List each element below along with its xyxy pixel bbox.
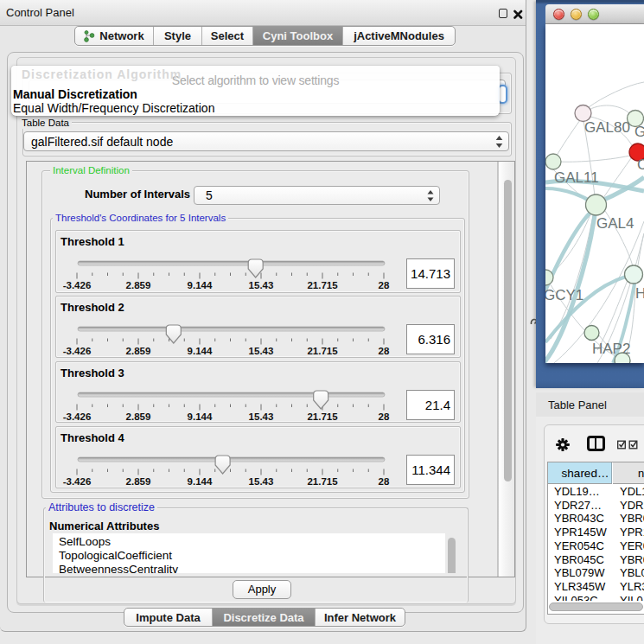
svg-text:-3.426: -3.426 bbox=[63, 476, 92, 487]
svg-text:21.715: 21.715 bbox=[307, 476, 338, 487]
svg-text:GCY1: GCY1 bbox=[545, 287, 583, 303]
svg-text:21.715: 21.715 bbox=[307, 280, 338, 290]
svg-text:9.144: 9.144 bbox=[188, 280, 213, 290]
svg-text:2.859: 2.859 bbox=[126, 476, 151, 487]
svg-text:21.715: 21.715 bbox=[307, 411, 338, 422]
svg-text:GAL11: GAL11 bbox=[554, 169, 599, 186]
svg-text:15.43: 15.43 bbox=[249, 346, 274, 356]
svg-text:GAL4: GAL4 bbox=[596, 215, 634, 232]
svg-text:9.144: 9.144 bbox=[188, 346, 213, 356]
svg-text:HAP2: HAP2 bbox=[592, 341, 630, 357]
svg-text:-3.426: -3.426 bbox=[63, 411, 92, 422]
svg-text:2.859: 2.859 bbox=[126, 346, 151, 356]
svg-text:28: 28 bbox=[379, 476, 390, 487]
svg-text:28: 28 bbox=[379, 280, 390, 290]
svg-text:9.144: 9.144 bbox=[188, 476, 213, 487]
svg-text:GA: GA bbox=[634, 124, 644, 140]
svg-text:GAL80: GAL80 bbox=[584, 119, 630, 136]
svg-text:28: 28 bbox=[379, 411, 390, 422]
svg-text:15.43: 15.43 bbox=[249, 476, 274, 487]
svg-text:15.43: 15.43 bbox=[249, 280, 274, 290]
svg-text:2.859: 2.859 bbox=[126, 411, 151, 422]
svg-text:H: H bbox=[635, 285, 644, 302]
svg-text:-3.426: -3.426 bbox=[63, 280, 92, 290]
svg-text:-3.426: -3.426 bbox=[63, 346, 92, 356]
svg-text:C: C bbox=[637, 156, 644, 173]
svg-text:21.715: 21.715 bbox=[307, 346, 338, 356]
svg-text:2.859: 2.859 bbox=[126, 280, 151, 290]
svg-text:28: 28 bbox=[379, 346, 390, 356]
svg-text:9.144: 9.144 bbox=[188, 411, 213, 422]
svg-text:15.43: 15.43 bbox=[249, 411, 274, 422]
